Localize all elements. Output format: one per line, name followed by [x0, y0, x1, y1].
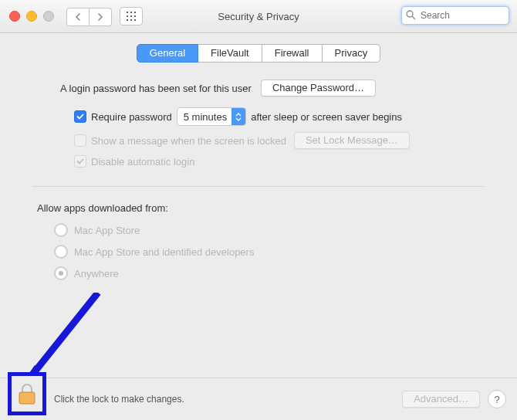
zoom-window-button [43, 11, 54, 22]
close-window-button[interactable] [9, 11, 20, 22]
radio-app-store-label: Mac App Store [74, 225, 140, 236]
chevron-right-icon [97, 13, 103, 21]
show-message-label: Show a message when the screen is locked [91, 135, 286, 147]
forward-button[interactable] [90, 8, 112, 26]
svg-line-11 [30, 293, 98, 378]
titlebar: Security & Privacy [0, 0, 517, 33]
advanced-button: Advanced… [402, 391, 480, 408]
svg-rect-8 [134, 19, 136, 21]
svg-rect-1 [130, 12, 132, 13]
svg-rect-6 [127, 19, 128, 21]
require-password-delay-value: 5 minutes [184, 111, 231, 123]
tab-privacy[interactable]: Privacy [323, 44, 381, 63]
svg-rect-5 [134, 15, 136, 17]
svg-rect-0 [127, 12, 128, 13]
svg-rect-7 [130, 19, 132, 21]
login-password-row: A login password has been set for this u… [60, 80, 485, 97]
check-icon [76, 158, 84, 165]
svg-rect-3 [127, 15, 128, 17]
divider [32, 186, 485, 187]
tab-general[interactable]: General [137, 44, 198, 63]
require-password-delay-select[interactable]: 5 minutes [177, 107, 246, 126]
login-password-text: A login password has been set for this u… [60, 83, 252, 94]
tab-filevault[interactable]: FileVault [198, 44, 262, 63]
search-field-wrap [401, 6, 509, 25]
svg-rect-2 [134, 12, 136, 13]
minimize-window-button[interactable] [26, 11, 37, 22]
svg-point-9 [407, 11, 413, 17]
allow-apps-option-app-store: Mac App Store [54, 223, 485, 237]
check-icon [76, 113, 84, 120]
lock-icon [17, 382, 37, 405]
radio-identified-label: Mac App Store and identified developers [74, 246, 254, 258]
svg-rect-4 [130, 15, 132, 17]
disable-auto-login-checkbox [74, 155, 86, 168]
radio-identified [54, 245, 68, 259]
search-icon [406, 10, 416, 20]
show-message-row: Show a message when the screen is locked… [74, 132, 485, 149]
disable-auto-login-label: Disable automatic login [91, 156, 194, 168]
allow-apps-option-anywhere: Anywhere [54, 266, 485, 280]
annotation-arrow-icon [21, 293, 106, 385]
set-lock-message-button: Set Lock Message… [294, 132, 410, 149]
require-password-label: Require password [91, 111, 172, 123]
footer: Click the lock to make changes. Advanced… [0, 378, 517, 420]
nav-buttons [66, 8, 112, 25]
tab-firewall[interactable]: Firewall [262, 44, 323, 63]
lock-button[interactable] [8, 372, 46, 415]
back-button[interactable] [66, 8, 90, 26]
svg-line-10 [412, 16, 415, 19]
require-password-suffix: after sleep or screen saver begins [251, 111, 402, 123]
window-controls [9, 11, 54, 22]
disable-auto-login-row: Disable automatic login [74, 155, 485, 168]
change-password-button[interactable]: Change Password… [261, 80, 376, 97]
svg-rect-13 [19, 392, 35, 404]
radio-app-store [54, 223, 68, 237]
chevron-left-icon [75, 13, 81, 21]
search-input[interactable] [401, 6, 509, 25]
lock-message: Click the lock to make changes. [54, 394, 184, 405]
help-button[interactable]: ? [488, 390, 506, 408]
require-password-row: Require password 5 minutes after sleep o… [74, 107, 485, 126]
radio-anywhere [54, 266, 68, 280]
grid-icon [127, 12, 136, 21]
general-panel: A login password has been set for this u… [0, 63, 517, 280]
radio-anywhere-label: Anywhere [74, 268, 119, 279]
require-password-checkbox[interactable] [74, 110, 86, 123]
show-all-button[interactable] [120, 7, 143, 25]
allow-apps-option-identified: Mac App Store and identified developers [54, 245, 485, 259]
stepper-arrows-icon [231, 108, 245, 125]
show-message-checkbox [74, 134, 86, 147]
allow-apps-heading: Allow apps downloaded from: [37, 202, 485, 214]
tab-bar: General FileVault Firewall Privacy [0, 44, 517, 63]
